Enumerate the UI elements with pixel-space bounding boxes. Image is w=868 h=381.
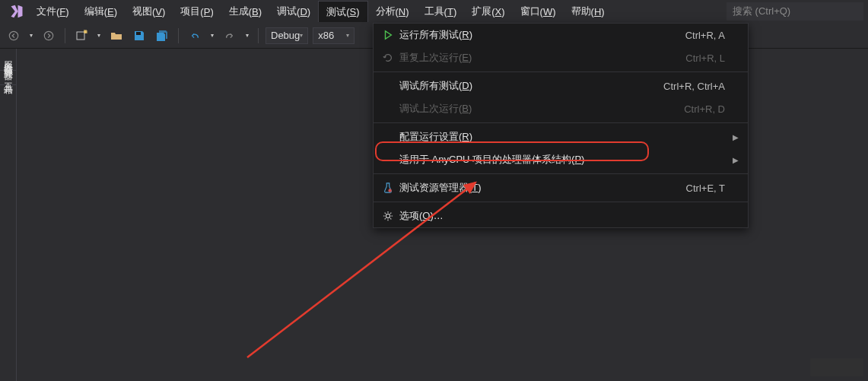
menu-separator [374, 122, 748, 123]
repeat-icon [380, 52, 396, 63]
toolbar-separator [65, 28, 65, 43]
redo-dropdown[interactable]: ▾ [243, 32, 251, 39]
app-logo [5, 5, 29, 18]
gear-icon [380, 211, 396, 221]
side-tab-server-explorer[interactable]: 服务器资源管理器 [0, 49, 16, 71]
menu-project[interactable]: 项目(P) [173, 1, 221, 22]
menu-debug[interactable]: 调试(D) [269, 1, 318, 22]
chevron-right-icon: ▶ [733, 156, 742, 164]
menu-debug-last-run[interactable]: 调试上次运行(B) Ctrl+R, D [374, 97, 748, 120]
play-outline-icon [380, 30, 396, 40]
menu-tools[interactable]: 工具(T) [417, 1, 465, 22]
menu-test-explorer[interactable]: 测试资源管理器(T) Ctrl+E, T [374, 176, 748, 199]
chevron-down-icon: ▾ [300, 32, 303, 39]
menu-extensions[interactable]: 扩展(X) [464, 1, 512, 22]
svg-rect-2 [77, 32, 84, 40]
side-tab-toolbox[interactable]: 工具箱 [0, 71, 16, 85]
menu-options[interactable]: 选项(O)… [374, 205, 748, 227]
svg-rect-4 [136, 32, 141, 35]
test-menu-dropdown: 运行所有测试(R) Ctrl+R, A 重复上次运行(E) Ctrl+R, L … [373, 23, 749, 228]
menu-view[interactable]: 视图(V) [125, 1, 173, 22]
toolbar-separator [258, 28, 259, 43]
beaker-icon [380, 183, 396, 193]
menu-processor-architecture[interactable]: 适用于 AnyCPU 项目的处理器体系结构(P) ▶ [374, 148, 748, 171]
toolbar-separator [178, 28, 179, 43]
search-input[interactable]: 搜索 (Ctrl+Q) [727, 2, 863, 21]
menu-edit[interactable]: 编辑(E) [77, 1, 125, 22]
undo-button[interactable] [186, 27, 204, 45]
menu-separator [374, 71, 748, 72]
menu-build[interactable]: 生成(B) [221, 1, 269, 22]
save-all-button[interactable] [153, 27, 171, 45]
redo-button[interactable] [221, 27, 239, 45]
menu-window[interactable]: 窗口(W) [513, 1, 564, 22]
menu-run-all-tests[interactable]: 运行所有测试(R) Ctrl+R, A [374, 24, 748, 46]
menu-file[interactable]: 文件(F) [29, 1, 77, 22]
menu-analyze[interactable]: 分析(N) [368, 1, 417, 22]
menu-repeat-last-run[interactable]: 重复上次运行(E) Ctrl+R, L [374, 46, 748, 69]
svg-point-1 [44, 31, 52, 40]
menu-configure-run-settings[interactable]: 配置运行设置(R) ▶ [374, 125, 748, 148]
new-project-button[interactable] [72, 27, 91, 45]
undo-dropdown[interactable]: ▾ [208, 32, 216, 39]
svg-point-5 [388, 189, 391, 192]
svg-point-6 [386, 214, 389, 217]
nav-back-button[interactable] [5, 27, 23, 45]
search-placeholder: 搜索 (Ctrl+Q) [733, 5, 790, 18]
nav-back-dropdown[interactable]: ▾ [27, 32, 35, 39]
platform-selector[interactable]: x86▾ [313, 27, 355, 44]
chevron-down-icon: ▾ [346, 32, 349, 39]
config-selector[interactable]: Debug▾ [265, 27, 308, 44]
menu-help[interactable]: 帮助(H) [564, 1, 612, 22]
save-button[interactable] [130, 27, 148, 45]
svg-point-0 [9, 31, 17, 40]
menu-separator [374, 202, 748, 202]
chevron-right-icon: ▶ [733, 133, 742, 141]
nav-forward-button[interactable] [40, 27, 58, 45]
menubar: 文件(F) 编辑(E) 视图(V) 项目(P) 生成(B) 调试(D) 测试(S… [0, 0, 868, 23]
menu-debug-all-tests[interactable]: 调试所有测试(D) Ctrl+R, Ctrl+A [374, 75, 748, 97]
new-project-dropdown[interactable]: ▾ [95, 32, 103, 39]
watermark [810, 358, 863, 376]
menu-separator [374, 173, 748, 174]
menu-test[interactable]: 测试(S) [318, 1, 367, 22]
svg-point-3 [84, 30, 87, 33]
side-tab-strip: 服务器资源管理器 工具箱 [0, 49, 17, 381]
open-file-button[interactable] [107, 27, 126, 45]
